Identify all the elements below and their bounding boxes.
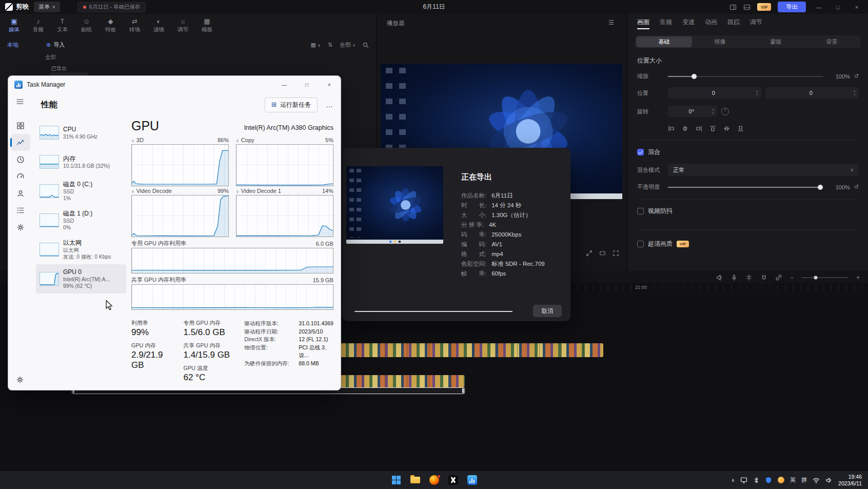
- zoom-out-icon[interactable]: −: [790, 274, 794, 281]
- vip-badge[interactable]: VIP: [757, 3, 771, 11]
- perf-item-disk1[interactable]: 磁盘 1 (D:)SSD0%: [36, 206, 126, 235]
- hd-quality-checkbox[interactable]: [637, 241, 644, 247]
- rotate-stepper[interactable]: 0°∧∨: [668, 106, 717, 117]
- media-category-all[interactable]: 全部: [45, 54, 376, 61]
- nav-app-history[interactable]: [11, 151, 30, 168]
- volume-icon[interactable]: [825, 477, 833, 484]
- maximize-button[interactable]: □: [295, 76, 318, 93]
- perf-item-memory[interactable]: 内存10.1/31.8 GB (32%): [36, 147, 126, 177]
- layout-panel-icon[interactable]: [729, 4, 737, 11]
- timeline-zoom-slider[interactable]: [801, 277, 849, 278]
- cancel-button[interactable]: 取消: [533, 305, 562, 317]
- link-clips-icon[interactable]: [775, 274, 782, 281]
- perf-item-ethernet[interactable]: 以太网以太网发送: 0 接收: 0 Kbps: [36, 235, 126, 264]
- blend-checkbox[interactable]: [637, 149, 644, 155]
- hamburger-icon[interactable]: [16, 97, 24, 106]
- perf-item-gpu0[interactable]: GPU 0Intel(R) Arc(TM) A...99% (62 °C): [36, 264, 126, 294]
- toolbar-item-adjust[interactable]: ☼调节: [171, 15, 195, 36]
- rotate-dial[interactable]: [721, 108, 729, 115]
- video-clip-1[interactable]: [341, 343, 603, 357]
- bluetooth-icon[interactable]: [753, 477, 759, 484]
- toolbar-item-media[interactable]: ▣媒体: [2, 15, 26, 36]
- subtab-basic[interactable]: 基础: [636, 36, 692, 47]
- align-left-icon[interactable]: [668, 125, 675, 132]
- align-center-h-icon[interactable]: [682, 125, 688, 132]
- menu-button[interactable]: 菜单 ∨: [34, 2, 60, 12]
- import-button[interactable]: ⊕ 导入: [46, 41, 65, 49]
- chart-copy-label[interactable]: Copy: [241, 137, 254, 143]
- perf-item-disk0[interactable]: 磁盘 0 (C:)SSD1%: [36, 177, 126, 206]
- scale-slider[interactable]: [668, 76, 823, 77]
- tab-adjust[interactable]: 调节: [750, 18, 762, 29]
- tab-speed[interactable]: 变速: [682, 18, 695, 29]
- toolbar-item-text[interactable]: T文本: [50, 15, 74, 36]
- subtab-cutout[interactable]: 抠像: [692, 36, 748, 47]
- chart-videodecode-label[interactable]: Video Decode: [136, 188, 172, 194]
- nav-processes[interactable]: [11, 117, 30, 134]
- chart-3d-label[interactable]: 3D: [136, 137, 144, 143]
- taskbar-clock[interactable]: 19:46 2023/6/11: [838, 474, 862, 486]
- nav-services[interactable]: [11, 219, 30, 236]
- layout-panel-2-icon[interactable]: [743, 4, 751, 11]
- toolbar-item-transition[interactable]: ⇄转场: [123, 15, 147, 36]
- display-icon[interactable]: [740, 477, 747, 484]
- toolbar-item-filter[interactable]: ◐滤镜: [147, 15, 171, 36]
- position-y-stepper[interactable]: 0∧∨: [765, 87, 859, 99]
- position-x-stepper[interactable]: 0∧∨: [668, 87, 761, 99]
- toolbar-item-template[interactable]: ▦模板: [195, 15, 219, 36]
- maximize-button[interactable]: □: [832, 4, 844, 10]
- stabilize-checkbox[interactable]: [637, 208, 644, 214]
- sort-icon[interactable]: ⇅: [328, 42, 332, 48]
- reset-icon[interactable]: ↺: [854, 73, 859, 80]
- search-icon[interactable]: [363, 42, 369, 48]
- security-shield-icon[interactable]: [765, 477, 772, 484]
- video-clip-2[interactable]: [341, 375, 465, 387]
- nav-details[interactable]: [11, 202, 30, 219]
- tray-chevron-up-icon[interactable]: ∧: [731, 478, 735, 483]
- tab-animation[interactable]: 动画: [705, 18, 717, 29]
- toolbar-item-sticker[interactable]: ☺贴纸: [74, 15, 98, 36]
- chart-videodecode1-label[interactable]: Video Decode 1: [241, 188, 281, 194]
- align-middle-v-icon[interactable]: [723, 125, 730, 132]
- perf-item-cpu[interactable]: CPU31% 4.90 GHz: [36, 118, 126, 147]
- reset-icon[interactable]: ↺: [854, 184, 859, 190]
- blend-mode-dropdown[interactable]: 正常 ∨: [668, 164, 859, 176]
- voiceover-icon[interactable]: [716, 274, 723, 281]
- media-rail-local[interactable]: 本地: [7, 41, 18, 49]
- language-indicator[interactable]: 英: [790, 476, 796, 484]
- start-button[interactable]: [390, 474, 402, 486]
- grid-view-icon[interactable]: ▦ ∨: [311, 42, 321, 48]
- export-button[interactable]: 导出: [778, 2, 806, 12]
- ime-indicator[interactable]: 拼: [801, 476, 807, 484]
- settings-gear-icon[interactable]: [16, 376, 24, 384]
- minimize-button[interactable]: —: [273, 76, 295, 93]
- nav-startup-apps[interactable]: [11, 168, 30, 185]
- align-top-icon[interactable]: [709, 125, 716, 132]
- mic-icon[interactable]: [731, 274, 738, 281]
- tray-app-icon[interactable]: [778, 477, 784, 483]
- subtab-mask[interactable]: 蒙版: [748, 36, 804, 47]
- align-bottom-icon[interactable]: [737, 125, 744, 132]
- nav-performance[interactable]: [11, 134, 30, 151]
- snap-magnet-icon[interactable]: [760, 274, 767, 281]
- close-button[interactable]: ×: [318, 76, 341, 93]
- player-menu-icon[interactable]: ☰: [608, 19, 614, 26]
- jianying-button[interactable]: [447, 474, 459, 486]
- subtab-background[interactable]: 背景: [804, 36, 860, 47]
- align-right-icon[interactable]: [696, 125, 702, 132]
- toolbar-item-effects[interactable]: ◆特效: [98, 15, 123, 36]
- opacity-slider[interactable]: [668, 187, 823, 188]
- fullscreen-icon[interactable]: [613, 250, 619, 257]
- tm-titlebar[interactable]: Task Manager — □ ×: [8, 76, 341, 93]
- minimize-button[interactable]: —: [813, 4, 825, 10]
- tab-tracking[interactable]: 跟踪: [727, 18, 740, 29]
- run-new-task-button[interactable]: ⊞ 运行新任务: [265, 97, 318, 112]
- toolbar-item-audio[interactable]: ♪音频: [26, 15, 50, 36]
- preview-axis-icon[interactable]: [745, 274, 753, 281]
- wifi-icon[interactable]: [813, 477, 820, 484]
- tab-picture[interactable]: 画面: [637, 18, 649, 29]
- task-manager-button[interactable]: [466, 474, 478, 486]
- file-explorer-button[interactable]: [409, 474, 421, 486]
- scope-filter[interactable]: 全部 ∨: [340, 41, 356, 49]
- zoom-in-icon[interactable]: +: [856, 274, 860, 281]
